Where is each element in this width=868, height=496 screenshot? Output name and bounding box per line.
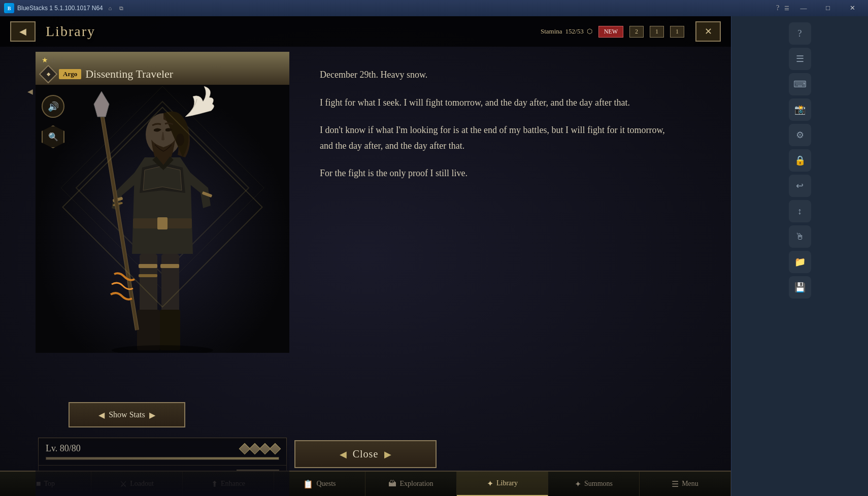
maximize-button[interactable]: □ [816,0,840,16]
nav-item-summons[interactable]: ✦ Summons [548,472,640,496]
menu-icon-tb[interactable]: ☰ [783,4,791,12]
star-1: ★ [42,56,48,64]
star-2: ☆ [50,56,57,64]
svg-rect-6 [160,310,180,350]
stamina-icon: ⬡ [587,27,592,36]
faction-label: Argo [59,69,81,79]
summons-nav-icon: ✦ [575,479,581,489]
bluestacks-logo: B [4,3,14,13]
badge-1b[interactable]: 1 [670,26,684,38]
back-arrow-icon: ◀ [19,26,26,37]
char-header-container: ★ ☆ ☆ ◆ Argo Dissenting Traveler [36,52,289,85]
sidebar-btn-4[interactable]: 📸 [789,98,811,121]
stamina-value: 152/53 [565,27,584,36]
quests-nav-icon: 📋 [303,479,313,489]
char-figure-container [36,61,289,353]
sidebar-btn-11[interactable]: 💾 [789,276,811,299]
game-area: ◀ Library Stamina 152/53 ⬡ NEW 2 1 1 ✕ ★… [0,16,731,496]
search-icon: 🔍 [48,132,58,142]
char-header-info: ★ ☆ ☆ ◆ Argo Dissenting Traveler [42,56,173,81]
svg-rect-5 [137,310,160,350]
stamina-label: Stamina [541,27,562,36]
stats-arrow-right: ▶ [149,410,155,420]
sidebar-btn-10[interactable]: 📁 [789,251,811,273]
close-main-button[interactable]: ◀ Close ▶ [294,440,437,468]
right-sidebar: ? ☰ ⌨ 📸 ⚙ 🔒 ↩ ↕ 🖱 📁 💾 [731,16,868,496]
close-arrow-left-icon: ◀ [340,449,347,460]
nav-item-library[interactable]: ✦ Library [457,472,548,496]
char-fade [36,435,289,496]
library-nav-icon: ✦ [487,479,493,488]
minimize-button[interactable]: — [792,0,815,16]
quests-nav-label: Quests [316,480,336,488]
nav-item-menu[interactable]: ☰ Menu [640,472,731,496]
lore-paragraph-3: I don't know if what I'm looking for is … [320,122,675,153]
sidebar-btn-5[interactable]: ⚙ [789,124,811,146]
collapse-arrow[interactable]: ◀ [27,87,33,96]
show-stats-label: Show Stats [109,410,145,419]
title-bar: B BlueStacks 1 5.1.100.1017 N64 ⌂ ⧉ ? ☰ … [0,0,868,16]
nav-item-exploration[interactable]: 🏔 Exploration [365,472,457,496]
faction-diamond: ◆ [39,65,58,84]
close-button[interactable]: ✕ [841,0,864,16]
close-button-label: Close [353,448,379,460]
title-bar-controls: ? ☰ — □ ✕ [774,0,864,16]
exploration-nav-label: Exploration [399,480,433,488]
sound-icon: 🔊 [48,101,59,112]
close-x-button[interactable]: ✕ [695,21,721,42]
menu-nav-icon: ☰ [672,479,679,489]
library-nav-label: Library [496,479,518,487]
badge-2[interactable]: 2 [629,26,644,38]
help-icon[interactable]: ? [774,4,782,12]
lore-paragraph-1: December 29th. Heavy snow. [320,67,675,83]
char-header-bottom: ◆ Argo Dissenting Traveler [42,68,173,81]
new-badge[interactable]: NEW [598,26,623,38]
show-stats-button[interactable]: ◀ Show Stats ▶ [69,402,185,427]
title-bar-left: B BlueStacks 1 5.1.100.1017 N64 ⌂ ⧉ [4,3,125,13]
sidebar-btn-6[interactable]: 🔒 [789,149,811,172]
stars-row: ★ ☆ ☆ [42,56,173,64]
char-header: ★ ☆ ☆ ◆ Argo Dissenting Traveler [36,52,289,85]
library-title: Library [46,23,95,40]
sound-button[interactable]: 🔊 [42,95,64,118]
lore-paragraph-2: I fight for what I seek. I will fight to… [320,95,675,111]
close-arrow-right-icon: ▶ [384,449,391,460]
lore-text: December 29th. Heavy snow. I fight for w… [320,67,675,181]
exploration-nav-icon: 🏔 [388,479,396,488]
top-bar-right: Stamina 152/53 ⬡ NEW 2 1 1 ✕ [541,21,721,42]
top-bar: ◀ Library Stamina 152/53 ⬡ NEW 2 1 1 ✕ [0,16,731,47]
star-3: ☆ [59,56,65,64]
copy-icon[interactable]: ⧉ [117,4,125,12]
sidebar-btn-8[interactable]: ↕ [789,200,811,222]
sidebar-btn-3[interactable]: ⌨ [789,73,811,95]
badge-1a[interactable]: 1 [650,26,664,38]
lore-paragraph-4: For the fight is the only proof I still … [320,166,675,181]
home-icon[interactable]: ⌂ [106,4,114,12]
sidebar-btn-9[interactable]: 🖱 [789,225,811,248]
faction-diamond-inner: ◆ [47,72,50,77]
char-name: Dissenting Traveler [85,68,173,81]
lore-panel: December 29th. Heavy snow. I fight for w… [299,52,695,306]
stamina-bar: Stamina 152/53 ⬡ [541,27,592,36]
back-button[interactable]: ◀ [10,21,36,42]
summons-nav-label: Summons [584,480,613,488]
title-bar-text: BlueStacks 1 5.1.100.1017 N64 [17,5,103,12]
sidebar-btn-7[interactable]: ↩ [789,175,811,197]
sidebar-btn-1[interactable]: ? [789,22,811,45]
sidebar-btn-2[interactable]: ☰ [789,48,811,70]
stats-arrow-left: ◀ [98,410,105,420]
menu-nav-label: Menu [682,480,698,488]
